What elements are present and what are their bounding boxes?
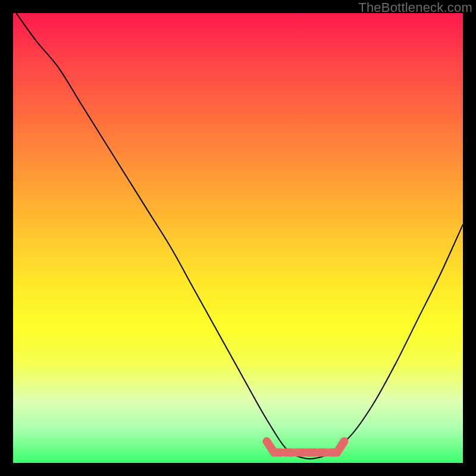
chart-plot-area [13,13,463,463]
optimal-region-end-marker [337,441,344,453]
bottleneck-curve-line [13,13,463,459]
watermark-text: TheBottleneck.com [358,0,472,15]
bottleneck-chart [13,13,463,463]
